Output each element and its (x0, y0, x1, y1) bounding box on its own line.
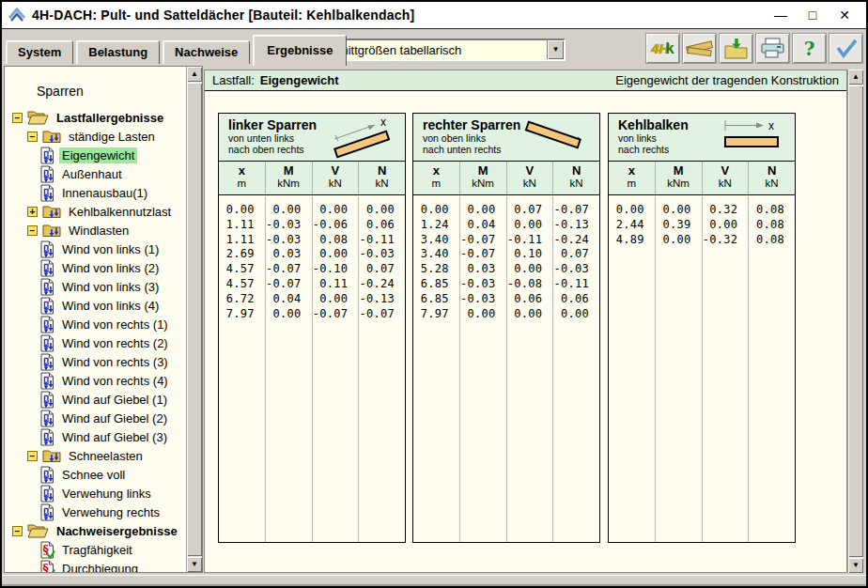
tree-item-label: Eigengewicht (59, 147, 137, 163)
cell: 0.00 (266, 203, 312, 218)
collapse-icon[interactable]: − (27, 225, 38, 236)
folder-loads-icon (42, 223, 61, 238)
scrollbar-thumb[interactable] (187, 83, 202, 556)
cell: 0.00 (553, 307, 599, 322)
confirm-button[interactable] (829, 33, 863, 64)
print-button[interactable] (755, 33, 790, 64)
tree-item-schneelasten[interactable]: − Schneelasten (5, 446, 186, 465)
svg-text:§: § (43, 562, 49, 572)
tree-item-tragfähigkeit[interactable]: § Tragfähigkeit (5, 540, 186, 559)
folder-loads-icon (42, 129, 61, 144)
cell: 0.06 (553, 292, 599, 307)
data-column-N: 0.080.080.08 (748, 196, 795, 542)
scroll-up-icon[interactable]: ▲ (187, 67, 202, 82)
scroll-down-icon[interactable]: ▼ (848, 558, 863, 573)
cell: -0.06 (313, 218, 359, 233)
cell: -0.07 (359, 307, 405, 322)
cell: 0.00 (313, 203, 359, 218)
tree-item-label: Schnee voll (59, 467, 128, 483)
tree-item-wind-von-rechts-3-[interactable]: Wind von rechts (3) (5, 352, 186, 371)
tree-item-label: Wind auf Giebel (1) (59, 392, 170, 408)
tree-item-wind-von-rechts-4-[interactable]: Wind von rechts (4) (5, 371, 186, 390)
minimize-button[interactable]: — (765, 3, 797, 27)
tree-item-ständige-lasten[interactable]: − ständige Lasten (5, 127, 186, 146)
tree-item-durchbiegung[interactable]: § Durchbiegung (5, 559, 186, 572)
scrollbar-thumb[interactable] (848, 85, 863, 557)
cell: 0.00 (313, 247, 359, 262)
window-title: 4H-DACH: Pult- und Satteldächer [Bauteil… (32, 8, 414, 23)
tree-item-verwehung-rechts[interactable]: Verwehung rechts (5, 503, 186, 521)
loadcase-icon (40, 297, 54, 315)
tree-item-windlasten[interactable]: − Windlasten (5, 221, 186, 240)
tree-item-label: Wind von rechts (2) (59, 335, 171, 351)
tree-item-lastfallergebnisse[interactable]: − Lastfallergebnisse (5, 108, 186, 127)
tree-item-verwehung-links[interactable]: Verwehung links (5, 484, 186, 503)
tree-item-label: Wind von links (4) (59, 298, 162, 314)
data-column-N: -0.07-0.13-0.240.07-0.03-0.110.060.00 (552, 196, 599, 542)
tree-item-wind-von-links-2-[interactable]: Wind von links (2) (5, 258, 186, 277)
cell: 4.57 (219, 277, 265, 292)
loadcase-label: Lastfall: (212, 73, 255, 87)
table-header: Kehlbalken von links nach rechts x (609, 114, 795, 162)
data-column-x: 0.002.444.89 (609, 196, 655, 542)
tree-item-wind-auf-giebel-3-[interactable]: Wind auf Giebel (3) (5, 427, 186, 446)
collapse-icon[interactable]: − (12, 113, 23, 123)
collapse-icon[interactable]: − (12, 526, 23, 536)
tree-item-kehlbalkennutzlast[interactable]: + Kehlbalkennutzlast (5, 202, 186, 221)
cell: -0.07 (266, 262, 312, 277)
cell: 0.08 (749, 203, 795, 218)
scroll-down-icon[interactable]: ▼ (187, 557, 202, 572)
tree-item-wind-von-rechts-2-[interactable]: Wind von rechts (2) (5, 333, 186, 352)
tree-item-wind-von-links-1-[interactable]: Wind von links (1) (5, 240, 186, 258)
expand-icon[interactable]: + (27, 207, 38, 217)
timber-beams-button[interactable] (682, 33, 717, 64)
tree-item-wind-auf-giebel-1-[interactable]: Wind auf Giebel (1) (5, 390, 186, 409)
collapse-icon[interactable]: − (27, 132, 38, 142)
cell: -0.03 (460, 277, 506, 292)
table-data: 0.001.111.112.694.574.576.727.970.00-0.0… (219, 196, 405, 542)
cell: -0.08 (507, 277, 553, 292)
column-header-M: MkNm (265, 162, 312, 194)
loadcase-icon (40, 334, 54, 352)
dropdown-arrow-icon[interactable]: ▼ (547, 40, 564, 59)
tree-item-label: Verwehung links (59, 486, 154, 502)
column-header-x: xm (219, 162, 265, 194)
help-button[interactable]: ? (792, 33, 827, 64)
column-header-x: xm (413, 162, 459, 194)
cell: 0.00 (413, 203, 459, 218)
scroll-up-icon[interactable]: ▲ (848, 70, 863, 85)
tree-item-label: Windlasten (66, 223, 132, 239)
tab-ergebnisse[interactable]: Ergebnisse (253, 35, 347, 66)
sidebar-scrollbar[interactable]: ▲ ▼ (186, 67, 202, 572)
cell: 0.00 (219, 203, 265, 218)
tree-item-label: ständige Lasten (66, 129, 158, 145)
4hk-logo-button[interactable]: 4Hk (645, 33, 680, 64)
tree-item-wind-von-rechts-1-[interactable]: Wind von rechts (1) (5, 315, 186, 333)
tab-nachweise[interactable]: Nachweise (163, 40, 250, 64)
save-folder-button[interactable] (719, 33, 753, 64)
results-canvas: linker Sparren von unten links nach oben… (205, 91, 846, 572)
beam-diagram: x (322, 115, 403, 160)
tab-belastung[interactable]: Belastung (76, 40, 160, 64)
close-button[interactable]: ✕ (829, 3, 860, 27)
tree-item-wind-auf-giebel-2-[interactable]: Wind auf Giebel (2) (5, 409, 186, 427)
cell: 6.85 (413, 292, 459, 307)
collapse-icon[interactable]: − (27, 451, 38, 461)
tree-item-außenhaut[interactable]: Außenhaut (5, 164, 186, 183)
tree-item-wind-von-links-4-[interactable]: Wind von links (4) (5, 296, 186, 315)
cell: -0.03 (553, 262, 599, 277)
cell: 0.07 (507, 203, 553, 218)
tree-item-nachweisergebnisse[interactable]: − Nachweisergebnisse (5, 521, 186, 540)
view-selector[interactable]: Schnittgrößen tabellarisch ▼ (314, 39, 566, 61)
sidebar-title: Sparren (37, 84, 186, 99)
content-scrollbar[interactable]: ▲ ▼ (847, 70, 863, 573)
blue-checkmark-icon (833, 37, 860, 60)
app-window: 4H-DACH: Pult- und Satteldächer [Bauteil… (0, 0, 868, 588)
tab-system[interactable]: System (6, 40, 73, 64)
tree-item-wind-von-links-3-[interactable]: Wind von links (3) (5, 277, 186, 296)
maximize-button[interactable]: □ (797, 3, 829, 27)
tree-item-innenausbau-1-[interactable]: Innenausbau(1) (5, 183, 186, 202)
tree-item-schnee-voll[interactable]: Schnee voll (5, 465, 186, 484)
tree-item-eigengewicht[interactable]: Eigengewicht (5, 146, 186, 164)
tree-item-label: Wind von rechts (4) (59, 373, 171, 389)
